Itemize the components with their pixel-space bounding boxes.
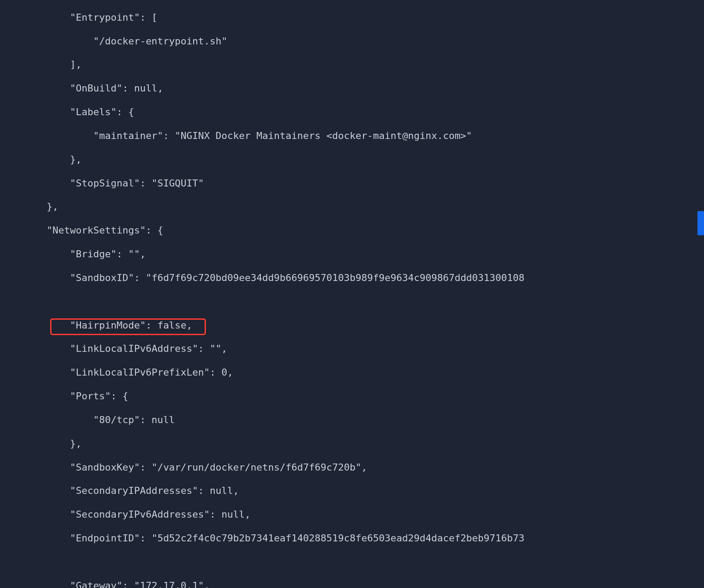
code-line: "/docker-entrypoint.sh" — [0, 36, 704, 47]
code-line: "HairpinMode": false, — [0, 320, 704, 332]
json-pair: "SandboxKey": "/var/run/docker/netns/f6d… — [70, 462, 367, 473]
code-line: "Ports": { — [0, 391, 704, 402]
json-value: "NGINX Docker Maintainers <docker-maint@… — [175, 130, 472, 141]
json-pair: "SecondaryIPv6Addresses": null, — [70, 509, 251, 520]
code-line: "SandboxID": "f6d7f69c720bd09ee34dd9b669… — [0, 272, 704, 284]
json-close: }, — [70, 154, 82, 165]
json-key: "Entrypoint": [ — [70, 12, 158, 23]
json-pair: "Gateway": "172.17.0.1", — [70, 580, 210, 588]
json-value: "/docker-entrypoint.sh" — [93, 36, 227, 47]
json-pair: "OnBuild": null, — [70, 83, 163, 94]
code-line: "Entrypoint": [ — [0, 12, 704, 24]
code-line: ], — [0, 59, 704, 71]
code-line: "OnBuild": null, — [0, 83, 704, 95]
code-line: "LinkLocalIPv6PrefixLen": 0, — [0, 367, 704, 379]
code-line: "80/tcp": null — [0, 414, 704, 426]
json-pair: "Bridge": "", — [70, 248, 146, 259]
code-line — [0, 556, 704, 568]
code-line — [0, 296, 704, 308]
json-pair: "EndpointID": "5d52c2f4c0c79b2b7341eaf14… — [70, 533, 524, 544]
code-line: "StopSignal": "SIGQUIT" — [0, 178, 704, 190]
json-key: "maintainer": — [93, 130, 175, 141]
json-key: "Ports": { — [70, 391, 128, 402]
json-pair: "LinkLocalIPv6Address": "", — [70, 343, 227, 354]
code-line: "Gateway": "172.17.0.1", — [0, 580, 704, 588]
code-line: "LinkLocalIPv6Address": "", — [0, 343, 704, 355]
code-line: }, — [0, 154, 704, 166]
json-pair: "SecondaryIPAddresses": null, — [70, 485, 239, 496]
json-pair: "SandboxID": "f6d7f69c720bd09ee34dd9b669… — [70, 272, 524, 283]
json-output: "Entrypoint": [ "/docker-entrypoint.sh" … — [0, 0, 704, 588]
json-pair: "StopSignal": "SIGQUIT" — [70, 178, 204, 189]
code-line: "maintainer": "NGINX Docker Maintainers … — [0, 130, 704, 142]
code-line: }, — [0, 201, 704, 213]
json-pair: "HairpinMode": false, — [70, 320, 192, 331]
json-pair: "80/tcp": null — [93, 414, 175, 425]
code-line: }, — [0, 438, 704, 450]
json-close: ], — [70, 59, 82, 70]
scrollbar-thumb[interactable] — [697, 211, 704, 235]
code-line: "SecondaryIPv6Addresses": null, — [0, 509, 704, 521]
json-close: }, — [47, 201, 59, 212]
code-line: "SecondaryIPAddresses": null, — [0, 485, 704, 497]
json-close: }, — [70, 438, 82, 449]
json-pair: "LinkLocalIPv6PrefixLen": 0, — [70, 367, 233, 378]
code-line: "EndpointID": "5d52c2f4c0c79b2b7341eaf14… — [0, 533, 704, 544]
json-key: "Labels": { — [70, 106, 134, 117]
code-line: "SandboxKey": "/var/run/docker/netns/f6d… — [0, 462, 704, 474]
code-line: "Labels": { — [0, 106, 704, 118]
code-line: "Bridge": "", — [0, 248, 704, 260]
code-line: "NetworkSettings": { — [0, 225, 704, 237]
json-key: "NetworkSettings": { — [47, 225, 163, 236]
